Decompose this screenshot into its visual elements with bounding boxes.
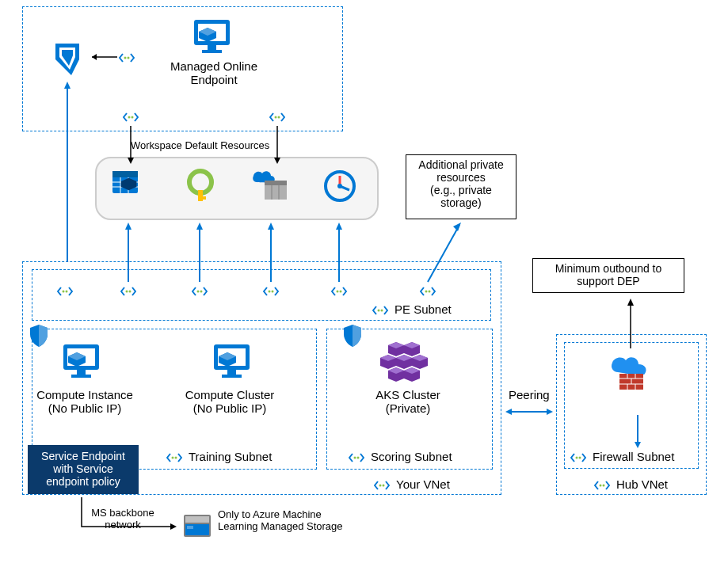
pe-icon bbox=[269, 111, 285, 124]
arrow bbox=[331, 220, 347, 285]
managed-storage-label: Only to Azure Machine Learning Managed S… bbox=[218, 508, 360, 532]
arrow-ml-down bbox=[59, 79, 75, 269]
svg-point-37 bbox=[197, 291, 200, 293]
svg-rect-20 bbox=[198, 196, 206, 200]
arrow-left bbox=[87, 49, 119, 65]
peering-arrow bbox=[502, 404, 556, 420]
svg-point-43 bbox=[425, 291, 428, 293]
pe-icon bbox=[120, 285, 136, 298]
workspace-resources-title: Workspace Default Resources bbox=[131, 139, 269, 151]
svg-point-8 bbox=[275, 116, 277, 119]
pe-icon bbox=[374, 479, 390, 492]
compute-cluster-vm-icon bbox=[210, 340, 253, 380]
compute-cluster-label: Compute Cluster (No Public IP) bbox=[178, 388, 281, 415]
svg-point-81 bbox=[603, 485, 605, 487]
arrow bbox=[192, 220, 208, 285]
arrow bbox=[420, 220, 467, 285]
minimum-outbound-box: Minimum outbound to support DEP bbox=[532, 258, 684, 293]
svg-point-7 bbox=[131, 116, 134, 119]
svg-point-39 bbox=[269, 291, 271, 293]
storage-icon bbox=[111, 168, 147, 204]
shield-icon bbox=[29, 323, 49, 347]
ms-backbone-label: MS backbone network bbox=[83, 507, 162, 531]
compute-instance-label: Compute Instance (No Public IP) bbox=[33, 388, 136, 415]
pe-icon bbox=[420, 285, 436, 298]
svg-point-34 bbox=[66, 291, 68, 293]
svg-rect-57 bbox=[222, 375, 242, 378]
aks-cluster-label: AKS Cluster (Private) bbox=[364, 388, 452, 415]
svg-point-61 bbox=[357, 457, 360, 459]
svg-point-44 bbox=[429, 291, 431, 293]
svg-point-40 bbox=[272, 291, 274, 293]
svg-point-42 bbox=[340, 291, 342, 293]
svg-point-6 bbox=[128, 116, 131, 119]
service-endpoint-box: Service Endpoint with Service endpoint p… bbox=[28, 445, 139, 494]
arrow bbox=[120, 220, 136, 285]
svg-rect-52 bbox=[77, 370, 86, 375]
svg-rect-3 bbox=[202, 50, 222, 53]
svg-rect-22 bbox=[265, 181, 287, 185]
managed-endpoint-label: Managed Online Endpoint bbox=[158, 59, 269, 86]
arrow bbox=[123, 123, 139, 166]
peering-label: Peering bbox=[509, 388, 550, 401]
svg-rect-67 bbox=[187, 526, 193, 529]
pe-icon bbox=[570, 451, 586, 464]
your-vnet-label: Your VNet bbox=[396, 477, 450, 491]
pe-subnet-label: PE Subnet bbox=[394, 302, 452, 316]
training-subnet-label: Training Subnet bbox=[189, 450, 272, 463]
arrow bbox=[269, 123, 285, 166]
svg-point-38 bbox=[200, 291, 203, 293]
app-insights-icon bbox=[322, 168, 358, 204]
arrow bbox=[630, 410, 646, 450]
arrow bbox=[263, 220, 279, 285]
svg-rect-65 bbox=[185, 516, 209, 523]
pe-icon bbox=[331, 285, 347, 298]
pe-icon bbox=[263, 285, 279, 298]
svg-point-9 bbox=[278, 116, 280, 119]
svg-point-63 bbox=[383, 485, 385, 487]
shield-icon bbox=[342, 323, 363, 347]
pe-icon bbox=[57, 285, 73, 298]
svg-point-58 bbox=[172, 457, 174, 459]
container-registry-icon bbox=[250, 168, 290, 204]
azure-ml-icon bbox=[48, 40, 87, 79]
keyvault-icon bbox=[182, 168, 219, 204]
additional-resources-box: Additional private resources (e.g., priv… bbox=[406, 154, 516, 219]
managed-endpoint-vm-icon bbox=[190, 16, 234, 55]
svg-point-80 bbox=[600, 485, 602, 487]
svg-point-36 bbox=[129, 291, 131, 293]
svg-point-4 bbox=[124, 57, 127, 59]
svg-point-59 bbox=[175, 457, 177, 459]
managed-storage-icon bbox=[182, 513, 212, 538]
scoring-subnet-label: Scoring Subnet bbox=[371, 450, 452, 463]
svg-line-49 bbox=[428, 225, 459, 282]
pe-icon bbox=[349, 451, 364, 464]
svg-rect-53 bbox=[71, 375, 91, 378]
firewall-icon bbox=[608, 355, 654, 396]
svg-rect-13 bbox=[112, 171, 138, 177]
svg-point-78 bbox=[576, 457, 578, 459]
svg-point-60 bbox=[354, 457, 356, 459]
svg-point-31 bbox=[378, 310, 380, 312]
compute-instance-vm-icon bbox=[59, 340, 103, 380]
pe-icon bbox=[119, 51, 135, 64]
svg-point-28 bbox=[337, 184, 342, 188]
firewall-subnet-label: Firewall Subnet bbox=[593, 450, 674, 463]
svg-point-35 bbox=[126, 291, 128, 293]
pe-icon bbox=[594, 479, 610, 492]
svg-point-41 bbox=[337, 291, 339, 293]
svg-point-18 bbox=[189, 171, 212, 193]
svg-point-5 bbox=[128, 57, 130, 59]
hub-vnet-label: Hub VNet bbox=[616, 477, 668, 491]
svg-point-33 bbox=[63, 291, 65, 293]
svg-rect-2 bbox=[208, 45, 216, 50]
svg-point-62 bbox=[379, 485, 382, 487]
pe-icon bbox=[166, 451, 182, 464]
pe-icon bbox=[192, 285, 208, 298]
arrow bbox=[623, 296, 638, 352]
aks-cluster-icon bbox=[380, 339, 428, 382]
svg-point-79 bbox=[579, 457, 581, 459]
svg-point-32 bbox=[381, 310, 383, 312]
pe-icon bbox=[123, 111, 139, 124]
pe-icon bbox=[372, 304, 388, 317]
